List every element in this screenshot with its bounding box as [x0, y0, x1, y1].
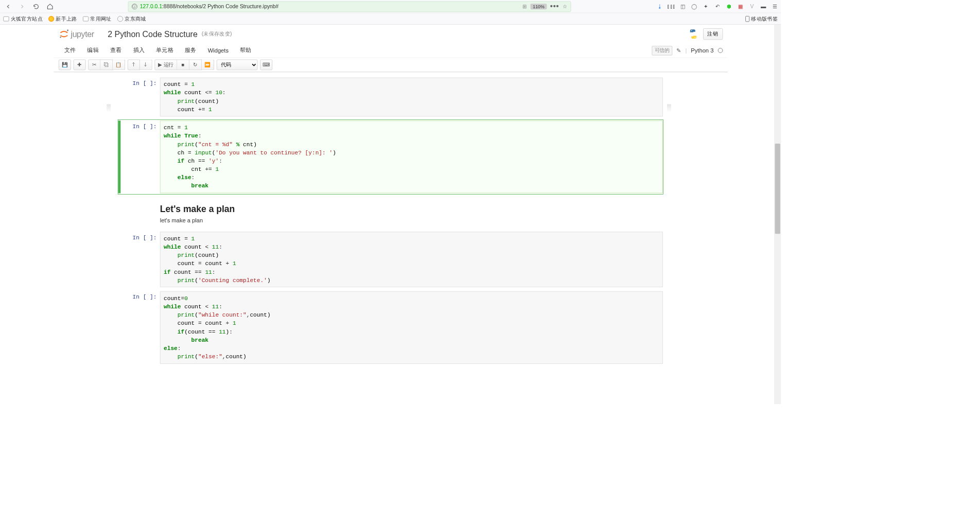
library-icon[interactable]: ⫿⫿⫿	[668, 3, 675, 10]
forward-button[interactable]	[16, 1, 28, 12]
sidebar-icon[interactable]: ◫	[679, 3, 687, 10]
edit-icon[interactable]: ✎	[676, 47, 681, 54]
code-cell[interactable]: In [ ]: count = 1 while count < 11: prin…	[118, 231, 663, 289]
add-cell-button[interactable]: ✚	[73, 60, 85, 71]
bookmark-mobile[interactable]: 移动版书签	[745, 15, 778, 22]
bookmark-firefox-site[interactable]: 火狐官方站点	[3, 15, 43, 22]
restart-button[interactable]: ↻	[189, 60, 202, 71]
move-up-button[interactable]: 🡑	[127, 60, 139, 71]
menu-icon[interactable]: ☰	[771, 3, 778, 10]
downloads-icon[interactable]: ⭳	[656, 3, 663, 10]
scrollbar[interactable]	[774, 25, 781, 404]
code-cell-selected[interactable]: In [ ]: cnt = 1 while True: print("cnt =…	[118, 119, 663, 194]
menu-insert[interactable]: 插入	[127, 44, 150, 57]
browser-toolbar: ⓘ 127.0.0.1:8888/notebooks/2 Python Code…	[0, 0, 781, 13]
cell-prompt: In [ ]:	[120, 78, 160, 117]
notebook-name[interactable]: 2 Python Code Structure	[108, 29, 198, 39]
home-icon	[47, 3, 54, 10]
menu-edit[interactable]: 编辑	[81, 44, 104, 57]
run-button[interactable]: ▶运行	[154, 60, 177, 71]
command-palette-button[interactable]: ⌨	[260, 60, 272, 71]
back-button[interactable]	[3, 1, 14, 12]
kernel-name[interactable]: Python 3	[691, 47, 713, 54]
notebook-toolbar: 💾 ✚ ✂ ⿻ 📋 🡑 🡓 ▶运行 ■ ↻ ⏩ 代码 ⌨	[54, 58, 727, 73]
notebook-title-row: jupyter 2 Python Code Structure (未保存改变) …	[54, 25, 727, 44]
move-down-button[interactable]: 🡓	[139, 60, 152, 71]
url-bar[interactable]: ⓘ 127.0.0.1:8888/notebooks/2 Python Code…	[128, 1, 571, 12]
cell-prompt: In [ ]:	[120, 232, 160, 287]
bookmark-common[interactable]: 常用网址	[83, 15, 112, 22]
notebook-header: jupyter 2 Python Code Structure (未保存改变) …	[54, 25, 727, 72]
firefox-icon	[48, 16, 54, 22]
bookmark-getting-started[interactable]: 新手上路	[48, 15, 77, 22]
info-icon: ⓘ	[132, 4, 137, 9]
logout-button[interactable]: 注销	[703, 28, 723, 40]
save-button[interactable]: 💾	[59, 60, 71, 71]
markdown-cell[interactable]: Let's make a plan let's make a plan	[118, 196, 663, 229]
svg-point-1	[60, 37, 61, 38]
bookmarks-bar: 火狐官方站点 新手上路 常用网址 京东商城 移动版书签	[0, 13, 781, 25]
reload-button[interactable]	[30, 1, 42, 12]
menu-kernel[interactable]: 服务	[179, 44, 202, 57]
notebook-menubar: 文件 编辑 查看 插入 单元格 服务 Widgets 帮助 可信的 ✎ | Py…	[54, 43, 727, 57]
reload-icon	[33, 3, 40, 10]
cell-type-select[interactable]: 代码	[216, 60, 257, 71]
stop-button[interactable]: ■	[177, 60, 189, 71]
url-text: 127.0.0.1:8888/notebooks/2 Python Code S…	[140, 3, 279, 9]
cut-button[interactable]: ✂	[88, 60, 100, 71]
svg-point-3	[694, 37, 695, 38]
code-content[interactable]: count=0 while count < 11: print("while c…	[161, 292, 663, 363]
menu-file[interactable]: 文件	[59, 44, 82, 57]
shadow	[107, 104, 111, 112]
zoom-badge[interactable]: 110%	[530, 4, 547, 9]
python-icon	[687, 28, 698, 40]
markdown-heading: Let's make a plan	[160, 204, 663, 215]
svg-point-0	[67, 29, 68, 31]
shield-icon[interactable]: ⬢	[725, 3, 732, 10]
bookmark-jd[interactable]: 京东商城	[117, 15, 146, 22]
jupyter-label: jupyter	[71, 29, 94, 39]
arrow-left-icon	[5, 3, 12, 10]
title-right: 注销	[687, 28, 723, 40]
menu-widgets[interactable]: Widgets	[202, 45, 235, 56]
code-cell[interactable]: In [ ]: count=0 while count < 11: print(…	[118, 290, 663, 365]
scrollbar-thumb[interactable]	[775, 144, 780, 234]
account-icon[interactable]: ◯	[691, 3, 698, 10]
arrow-right-icon	[19, 3, 26, 10]
folder-icon	[83, 16, 89, 21]
menu-view[interactable]: 查看	[104, 44, 128, 57]
extension-icon-4[interactable]: ▬	[760, 3, 767, 10]
cell-prompt	[120, 197, 160, 228]
code-content[interactable]: count = 1 while count <= 10: print(count…	[161, 78, 663, 116]
cell-prompt: In [ ]:	[120, 291, 160, 364]
extension-icon-1[interactable]: ✦	[702, 3, 709, 10]
undo-icon[interactable]: ↶	[714, 3, 721, 10]
trusted-button[interactable]: 可信的	[652, 46, 672, 55]
mobile-icon	[745, 16, 749, 22]
play-icon: ▶	[158, 62, 162, 67]
restart-run-all-button[interactable]: ⏩	[202, 60, 214, 71]
notebook-shell: jupyter 2 Python Code Structure (未保存改变) …	[0, 25, 781, 404]
toolbar-right: ⭳ ⫿⫿⫿ ◫ ◯ ✦ ↶ ⬢ ▦ V ▬ ☰	[656, 3, 779, 10]
jupyter-logo[interactable]: jupyter	[59, 29, 104, 40]
page-actions[interactable]: •••	[550, 2, 559, 11]
svg-point-2	[691, 30, 692, 31]
copy-button[interactable]: ⿻	[100, 60, 113, 71]
paste-button[interactable]: 📋	[113, 60, 125, 71]
bookmark-star-icon[interactable]: ☆	[563, 3, 568, 9]
reader-icon[interactable]: ⊞	[522, 3, 527, 9]
home-button[interactable]	[44, 1, 56, 12]
menu-cell[interactable]: 单元格	[150, 44, 179, 57]
notebook-body: In [ ]: count = 1 while count <= 10: pri…	[118, 72, 663, 383]
url-right: ⊞ 110% ••• ☆	[522, 2, 567, 11]
code-cell[interactable]: In [ ]: count = 1 while count <= 10: pri…	[118, 76, 663, 118]
markdown-paragraph: let's make a plan	[160, 217, 663, 223]
code-content[interactable]: cnt = 1 while True: print("cnt = %d" % c…	[161, 121, 663, 193]
menu-help[interactable]: 帮助	[234, 44, 257, 57]
folder-icon	[3, 16, 9, 21]
save-status: (未保存改变)	[202, 30, 232, 38]
extension-icon-3[interactable]: V	[748, 3, 756, 10]
jupyter-icon	[59, 29, 69, 40]
extension-icon-2[interactable]: ▦	[737, 3, 744, 10]
code-content[interactable]: count = 1 while count < 11: print(count)…	[161, 232, 663, 287]
